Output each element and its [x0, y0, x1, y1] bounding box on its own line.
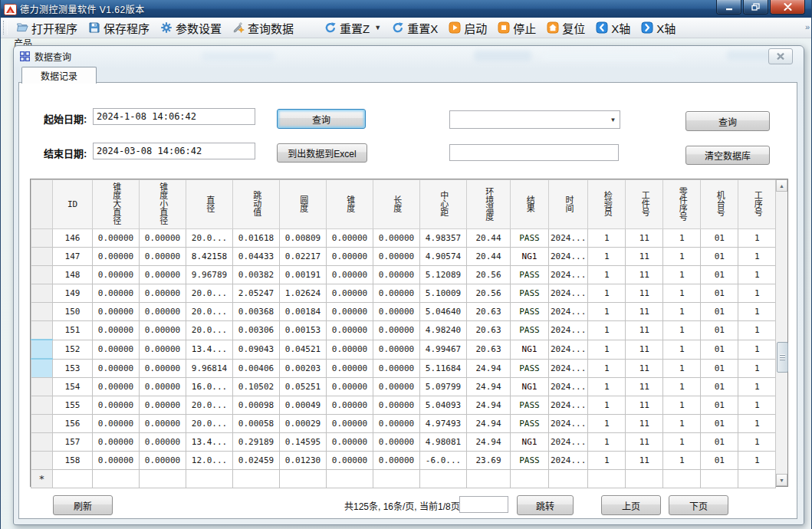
cell-工序号[interactable]: 1	[738, 303, 776, 321]
scroll-up-icon[interactable]: ▲	[776, 179, 787, 192]
cell-锥度[interactable]: 0.00000	[327, 452, 373, 470]
cell-检验员[interactable]: 1	[588, 303, 626, 321]
filter-input[interactable]	[449, 144, 619, 161]
cell-跳动值[interactable]: 0.00098	[233, 396, 280, 415]
cell-圆度[interactable]: 0.14595	[280, 433, 327, 452]
cell-检验员[interactable]: 1	[588, 340, 626, 359]
cell-圆度[interactable]: 0.00049	[280, 396, 327, 415]
close-button[interactable]	[770, 0, 805, 15]
column-header-1[interactable]: 锥度大直径	[93, 180, 140, 229]
cell-直径[interactable]: 9.96789	[186, 266, 233, 284]
cell-锥度小直径[interactable]: 0.00000	[140, 303, 186, 321]
cell-检验员[interactable]: 1	[588, 266, 626, 284]
cell-锥度[interactable]: 0.00000	[327, 248, 373, 266]
toolbar-button-play-6[interactable]: 启动	[443, 18, 492, 38]
cell-跳动值[interactable]: 0.00382	[233, 266, 280, 284]
chevron-down-icon[interactable]: ▼	[607, 111, 620, 128]
toolbar-button-home-8[interactable]: 复位	[541, 18, 590, 38]
query-button-2[interactable]: 查询	[685, 111, 770, 131]
cell-工序号[interactable]: 1	[738, 378, 776, 396]
cell-长度[interactable]: 0.00000	[373, 378, 420, 396]
cell-id[interactable]: 152	[53, 340, 93, 359]
column-header-5[interactable]: 圆度	[280, 180, 327, 229]
cell-环境温度[interactable]: 24.94	[467, 359, 511, 378]
cell-机台号[interactable]: 01	[701, 396, 738, 415]
cell-零件序号[interactable]: 1	[663, 340, 701, 359]
column-header-12[interactable]: 检验员	[588, 180, 626, 229]
cell-环境温度[interactable]: 20.56	[467, 284, 511, 303]
empty-cell[interactable]	[93, 470, 140, 488]
cell-锥度小直径[interactable]: 0.00000	[140, 340, 186, 359]
cell-长度[interactable]: 0.00000	[373, 303, 420, 321]
query-button[interactable]: 查询	[277, 109, 366, 129]
cell-结果[interactable]: PASS	[511, 396, 549, 415]
cell-检验员[interactable]: 1	[588, 378, 626, 396]
cell-检验员[interactable]: 1	[588, 415, 626, 433]
cell-零件序号[interactable]: 1	[663, 266, 701, 284]
cell-锥度[interactable]: 0.00000	[327, 340, 373, 359]
cell-id[interactable]: 157	[53, 433, 93, 452]
cell-工序号[interactable]: 1	[738, 415, 776, 433]
cell-长度[interactable]: 0.00000	[373, 452, 420, 470]
row-selector[interactable]	[31, 248, 53, 266]
cell-机台号[interactable]: 01	[701, 433, 738, 452]
tab-data-records[interactable]: 数据记录	[21, 67, 97, 84]
cell-直径[interactable]: 12.0...	[186, 452, 233, 470]
cell-锥度[interactable]: 0.00000	[327, 415, 373, 433]
start-date-input[interactable]	[93, 108, 255, 125]
cell-锥度大直径[interactable]: 0.00000	[93, 340, 140, 359]
row-selector[interactable]	[31, 396, 53, 415]
cell-结果[interactable]: PASS	[511, 284, 549, 303]
cell-id[interactable]: 148	[53, 266, 93, 284]
row-selector[interactable]	[31, 321, 53, 340]
jump-button[interactable]: 跳转	[517, 495, 574, 515]
cell-锥度大直径[interactable]: 0.00000	[93, 321, 140, 340]
empty-cell[interactable]	[701, 470, 738, 488]
cell-跳动值[interactable]: 0.04433	[233, 248, 280, 266]
cell-环境温度[interactable]: 24.94	[467, 378, 511, 396]
cell-锥度大直径[interactable]: 0.00000	[93, 433, 140, 452]
cell-环境温度[interactable]: 20.56	[467, 266, 511, 284]
refresh-button[interactable]: 刷新	[53, 495, 113, 515]
cell-工件号[interactable]: 11	[626, 452, 663, 470]
empty-cell[interactable]	[233, 470, 280, 488]
cell-工件号[interactable]: 11	[626, 284, 663, 303]
column-header-16[interactable]: 工序号	[738, 180, 776, 229]
cell-锥度小直径[interactable]: 0.00000	[140, 378, 186, 396]
cell-中心距[interactable]: 4.98081	[420, 433, 467, 452]
cell-环境温度[interactable]: 24.94	[467, 415, 511, 433]
cell-结果[interactable]: PASS	[511, 321, 549, 340]
cell-环境温度[interactable]: 20.63	[467, 340, 511, 359]
cell-工件号[interactable]: 11	[626, 340, 663, 359]
cell-跳动值[interactable]: 0.10502	[233, 378, 280, 396]
empty-cell[interactable]	[373, 470, 420, 488]
cell-id[interactable]: 147	[53, 248, 93, 266]
column-header-15[interactable]: 机台号	[701, 180, 738, 229]
cell-零件序号[interactable]: 1	[663, 359, 701, 378]
cell-锥度[interactable]: 0.00000	[327, 359, 373, 378]
cell-工件号[interactable]: 11	[626, 378, 663, 396]
cell-长度[interactable]: 0.00000	[373, 340, 420, 359]
cell-结果[interactable]: NG1	[511, 340, 549, 359]
cell-直径[interactable]: 20.0...	[186, 415, 233, 433]
cell-长度[interactable]: 0.00000	[373, 321, 420, 340]
cell-中心距[interactable]: 4.97493	[420, 415, 467, 433]
cell-结果[interactable]: PASS	[511, 359, 549, 378]
cell-时间[interactable]: 2024...	[549, 248, 588, 266]
scrollbar-thumb[interactable]	[777, 342, 788, 373]
cell-工序号[interactable]: 1	[738, 248, 776, 266]
column-header-2[interactable]: 锥度小直径	[140, 180, 186, 229]
cell-时间[interactable]: 2024...	[549, 266, 588, 284]
cell-中心距[interactable]: 5.09799	[420, 378, 467, 396]
cell-环境温度[interactable]: 24.94	[467, 433, 511, 452]
cell-零件序号[interactable]: 1	[663, 321, 701, 340]
cell-环境温度[interactable]: 20.63	[467, 303, 511, 321]
cell-工序号[interactable]: 1	[738, 452, 776, 470]
cell-锥度[interactable]: 0.00000	[327, 284, 373, 303]
cell-机台号[interactable]: 01	[701, 378, 738, 396]
empty-cell[interactable]	[186, 470, 233, 488]
cell-零件序号[interactable]: 1	[663, 452, 701, 470]
column-header-8[interactable]: 中心距	[420, 180, 467, 229]
toolbar-button-axis-left-9[interactable]: X轴	[590, 18, 636, 38]
cell-工件号[interactable]: 11	[626, 396, 663, 415]
